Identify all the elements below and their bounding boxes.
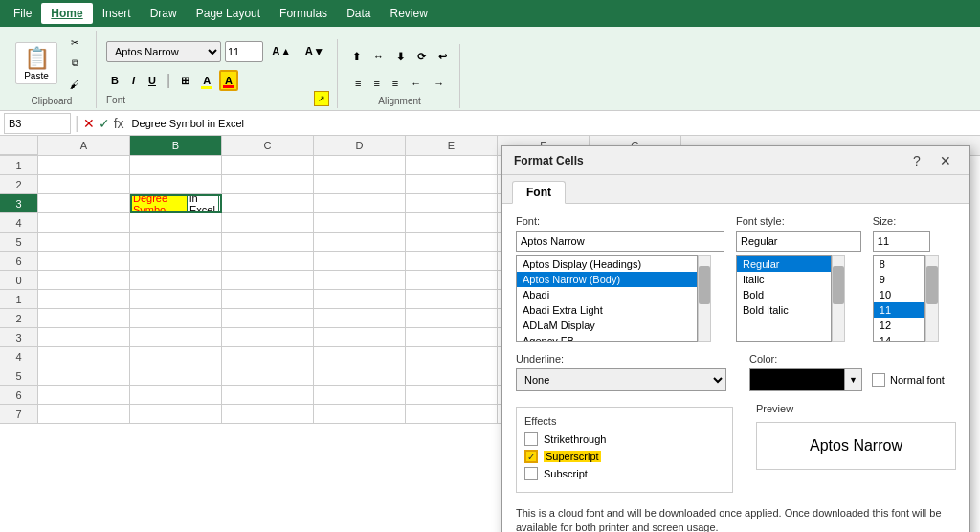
normal-font-checkbox[interactable] [872,373,885,387]
list-item[interactable]: 11 [874,302,924,318]
cell-d2[interactable] [314,175,406,194]
menu-home[interactable]: Home [41,3,92,24]
menu-formulas[interactable]: Formulas [270,3,337,24]
size-scrollbar[interactable] [925,255,939,342]
list-item[interactable]: 12 [874,318,924,333]
align-middle-button[interactable]: ↔ [368,46,389,67]
list-item[interactable]: 10 [874,287,924,302]
list-item[interactable]: Aptos Display (Headings) [517,256,697,272]
list-item[interactable]: Abadi [517,287,697,302]
cell-b4[interactable] [130,213,222,233]
fill-color-button[interactable]: A [198,70,215,91]
col-header-b[interactable]: B [130,136,222,155]
increase-indent-button[interactable]: → [429,73,449,94]
cell-e2[interactable] [406,175,498,194]
cell-d5[interactable] [314,233,406,252]
align-top-button[interactable]: ⬆ [347,46,366,67]
menu-page-layout[interactable]: Page Layout [187,3,270,24]
font-name-field[interactable] [516,231,724,252]
cut-button[interactable]: ✂ [61,33,88,52]
menu-review[interactable]: Review [380,3,436,24]
col-header-a[interactable]: A [38,136,130,155]
menu-draw[interactable]: Draw [141,3,187,24]
size-listbox[interactable]: 8 9 10 11 12 14 [873,255,925,342]
font-color-button[interactable]: A [219,70,238,91]
copy-button[interactable]: ⧉ [61,54,88,73]
cell-b6[interactable] [130,252,222,271]
cell-a6[interactable] [38,252,130,271]
subscript-checkbox[interactable] [524,467,538,480]
cell-a4[interactable] [38,213,130,233]
cell-a3[interactable] [38,194,130,213]
cell-b5[interactable] [130,233,222,252]
paste-button[interactable]: 📋 Paste [15,42,57,84]
font-style-listbox[interactable]: Regular Italic Bold Bold Italic [736,255,832,342]
align-right-button[interactable]: ≡ [388,73,403,94]
cell-d6[interactable] [314,252,406,271]
list-item[interactable]: 9 [874,272,924,287]
cell-c4[interactable] [222,213,314,233]
function-icon[interactable]: fx [114,116,124,131]
cell-d3[interactable] [314,194,406,213]
cell-d4[interactable] [314,213,406,233]
cancel-formula-icon[interactable]: ✕ [83,116,95,131]
col-header-e[interactable]: E [406,136,498,155]
format-painter-button[interactable]: 🖌 [61,75,88,94]
cell-e4[interactable] [406,213,498,233]
cell-b1[interactable] [130,156,222,175]
tab-font[interactable]: Font [512,181,566,204]
increase-font-size-button[interactable]: A▲ [267,41,297,62]
decrease-indent-button[interactable]: ← [406,73,426,94]
col-header-c[interactable]: C [222,136,314,155]
cell-c3[interactable] [222,194,314,213]
list-item[interactable]: Bold Italic [737,302,831,318]
cell-b2[interactable] [130,175,222,194]
cell-b3[interactable]: Degree Symbol in Excel [130,194,222,213]
size-field[interactable] [873,231,930,252]
superscript-checkbox[interactable]: ✓ [524,450,538,463]
cell-a1[interactable] [38,156,130,175]
list-item[interactable]: Regular [737,256,831,272]
font-style-field[interactable] [736,231,861,252]
font-name-select[interactable]: Aptos Narrow [106,41,221,62]
color-picker-button[interactable] [749,368,845,391]
cell-e3[interactable] [406,194,498,213]
align-left-button[interactable]: ≡ [350,73,366,94]
list-item[interactable]: Agency FB [517,333,697,342]
list-item[interactable]: 8 [874,256,924,272]
menu-file[interactable]: File [4,3,41,24]
color-picker-arrow[interactable]: ▼ [845,368,862,391]
list-item[interactable]: Aptos Narrow (Body) [517,272,697,287]
confirm-formula-icon[interactable]: ✓ [99,116,110,131]
cell-e6[interactable] [406,252,498,271]
align-bottom-button[interactable]: ⬇ [391,46,410,67]
cell-a5[interactable] [38,233,130,252]
dialog-close-button[interactable]: ✕ [933,150,958,171]
list-item[interactable]: Abadi Extra Light [517,302,697,318]
font-dialog-launcher[interactable]: ↗ [314,91,329,106]
dialog-help-button[interactable]: ? [904,150,929,171]
decrease-font-size-button[interactable]: A▼ [301,41,330,62]
align-center-button[interactable]: ≡ [368,73,384,94]
list-item[interactable]: ADLaM Display [517,318,697,333]
list-item[interactable]: 14 [874,333,924,342]
cell-d1[interactable] [314,156,406,175]
font-size-input[interactable] [225,41,263,62]
cell-e5[interactable] [406,233,498,252]
list-item[interactable]: Italic [737,272,831,287]
cell-c2[interactable] [222,175,314,194]
cell-c5[interactable] [222,233,314,252]
font-listbox[interactable]: Aptos Display (Headings) Aptos Narrow (B… [516,255,698,342]
bold-button[interactable]: B [106,70,123,91]
menu-insert[interactable]: Insert [93,3,141,24]
cell-c1[interactable] [222,156,314,175]
borders-button[interactable]: ⊞ [176,70,194,91]
cell-reference-input[interactable] [4,113,71,134]
font-style-scrollbar[interactable] [832,255,845,342]
strikethrough-checkbox[interactable] [524,432,538,446]
col-header-d[interactable]: D [314,136,406,155]
underline-select[interactable]: None [516,368,726,391]
cell-c6[interactable] [222,252,314,271]
wrap-text-button[interactable]: ↩ [434,46,452,67]
orientation-button[interactable]: ⟳ [412,46,431,67]
